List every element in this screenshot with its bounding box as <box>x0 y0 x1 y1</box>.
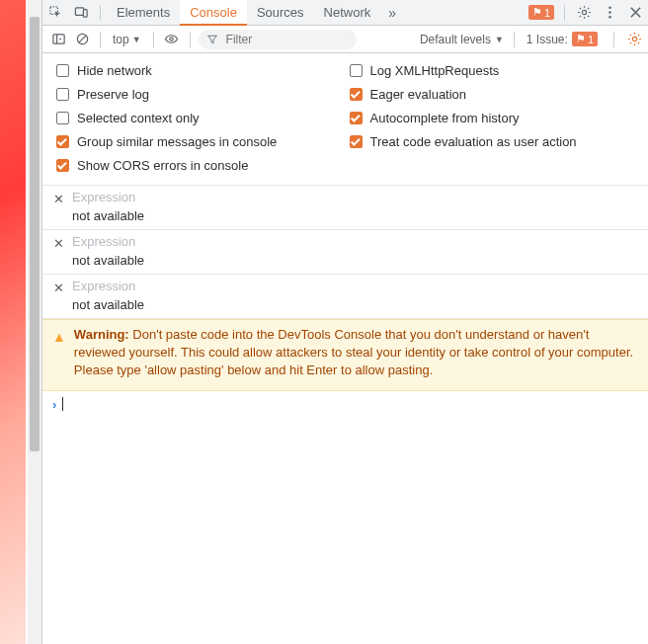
log-levels-dropdown[interactable]: Default levels ▼ <box>420 33 508 46</box>
svg-rect-1 <box>75 8 83 16</box>
svg-point-5 <box>608 11 610 13</box>
separator <box>100 32 101 47</box>
issues-counter[interactable]: 1 Issue: ⚑ 1 <box>521 32 608 46</box>
svg-rect-2 <box>83 10 87 18</box>
live-expression-value: not available <box>72 208 144 223</box>
tab-sources[interactable]: Sources <box>247 0 314 26</box>
close-icon[interactable]: ✕ <box>50 280 66 295</box>
chevron-down-icon: ▼ <box>132 35 141 44</box>
separator <box>190 32 191 47</box>
close-icon[interactable]: ✕ <box>50 235 66 251</box>
page-scrollbar-thumb[interactable] <box>30 17 40 451</box>
context-dropdown[interactable]: top ▼ <box>107 33 147 46</box>
setting-label: Autocomplete from history <box>370 111 520 125</box>
close-icon[interactable] <box>622 0 648 26</box>
separator <box>153 32 154 47</box>
chevron-down-icon: ▼ <box>495 35 504 44</box>
background-strip <box>0 0 26 644</box>
setting-label: Selected context only <box>77 111 200 125</box>
warning-triangle-icon: ▲ <box>52 328 66 380</box>
setting-hide-network[interactable]: Hide network <box>56 63 344 78</box>
more-tabs-icon[interactable]: » <box>380 5 404 21</box>
checkbox-icon <box>56 88 69 101</box>
inspect-element-icon[interactable] <box>42 0 68 26</box>
checkbox-icon <box>56 159 69 172</box>
topbar: Elements Console Sources Network » ⚑ 1 <box>42 0 648 26</box>
setting-context-only[interactable]: Selected context only <box>56 111 344 125</box>
checkbox-icon <box>350 64 363 77</box>
separator <box>613 32 614 47</box>
tab-label: Console <box>190 5 237 20</box>
separator <box>564 5 565 21</box>
paste-warning: ▲ Warning: Don't paste code into the Dev… <box>42 319 648 391</box>
console-toolbar: top ▼ Default levels ▼ 1 Issue: ⚑ 1 <box>42 26 648 53</box>
warning-title: Warning: <box>74 327 132 342</box>
devtools-panel: Elements Console Sources Network » ⚑ 1 <box>41 0 648 644</box>
page-scrollbar-track[interactable] <box>28 0 41 644</box>
svg-point-4 <box>608 7 610 9</box>
console-settings-gear-icon[interactable] <box>620 26 648 53</box>
checkbox-icon <box>350 135 363 148</box>
live-expression-value: not available <box>72 253 144 268</box>
live-expression-row: ✕ Expression not available <box>42 230 648 275</box>
text-cursor <box>62 397 63 411</box>
log-levels-label: Default levels <box>420 33 491 46</box>
setting-log-xhr[interactable]: Log XMLHttpRequests <box>350 63 637 78</box>
warning-text: Warning: Don't paste code into the DevTo… <box>74 326 638 380</box>
error-flag-icon: ⚑ <box>532 6 542 19</box>
live-expression-input[interactable]: Expression <box>72 190 144 204</box>
tab-network[interactable]: Network <box>314 0 381 26</box>
live-expression-value: not available <box>72 297 144 312</box>
close-icon[interactable]: ✕ <box>50 191 66 206</box>
warning-body: Don't paste code into the DevTools Conso… <box>74 327 633 377</box>
setting-treat-user-action[interactable]: Treat code evaluation as user action <box>350 134 637 149</box>
kebab-menu-icon[interactable] <box>597 0 622 26</box>
context-label: top <box>113 33 129 46</box>
live-expression-eye-icon[interactable] <box>160 26 184 53</box>
tab-console[interactable]: Console <box>180 0 247 26</box>
setting-show-cors[interactable]: Show CORS errors in console <box>56 158 344 173</box>
sidebar-toggle-icon[interactable] <box>46 26 70 53</box>
tab-label: Elements <box>117 5 170 20</box>
filter-input[interactable] <box>224 32 323 47</box>
setting-label: Preserve log <box>77 87 149 102</box>
svg-point-3 <box>582 10 586 14</box>
settings-gear-icon[interactable] <box>571 0 597 26</box>
tab-label: Network <box>324 5 371 20</box>
tab-elements[interactable]: Elements <box>107 0 180 26</box>
setting-eager-eval[interactable]: Eager evaluation <box>350 87 637 102</box>
svg-rect-7 <box>52 35 63 43</box>
error-count: 1 <box>544 7 550 19</box>
error-badge[interactable]: ⚑ 1 <box>528 5 554 20</box>
filter-pill[interactable] <box>199 30 357 49</box>
separator <box>514 32 515 47</box>
live-expression-input[interactable]: Expression <box>72 234 144 249</box>
checkbox-icon <box>350 112 363 124</box>
separator <box>100 5 101 21</box>
svg-point-6 <box>608 16 610 18</box>
checkbox-icon <box>350 88 363 101</box>
checkbox-icon <box>56 112 69 124</box>
console-prompt[interactable]: › <box>42 391 648 418</box>
issues-badge: ⚑ 1 <box>572 32 598 46</box>
clear-console-icon[interactable] <box>70 26 94 53</box>
setting-preserve-log[interactable]: Preserve log <box>56 87 344 102</box>
setting-label: Eager evaluation <box>370 87 467 102</box>
live-expression-row: ✕ Expression not available <box>42 275 648 319</box>
setting-label: Show CORS errors in console <box>77 158 248 173</box>
issues-prefix: 1 Issue: <box>526 33 568 46</box>
svg-point-10 <box>632 37 636 40</box>
svg-point-9 <box>170 38 173 40</box>
setting-autocomplete[interactable]: Autocomplete from history <box>350 111 637 125</box>
checkbox-icon <box>56 64 69 77</box>
error-flag-icon: ⚑ <box>576 33 586 45</box>
live-expression-input[interactable]: Expression <box>72 279 144 293</box>
console-settings: Hide network Log XMLHttpRequests Preserv… <box>42 53 648 186</box>
issues-count: 1 <box>588 34 594 45</box>
setting-group-similar[interactable]: Group similar messages in console <box>56 134 344 149</box>
setting-label: Treat code evaluation as user action <box>370 134 577 149</box>
setting-label: Group similar messages in console <box>77 134 277 149</box>
prompt-chevron-icon: › <box>52 397 56 412</box>
live-expression-row: ✕ Expression not available <box>42 186 648 230</box>
device-toolbar-icon[interactable] <box>68 0 94 26</box>
